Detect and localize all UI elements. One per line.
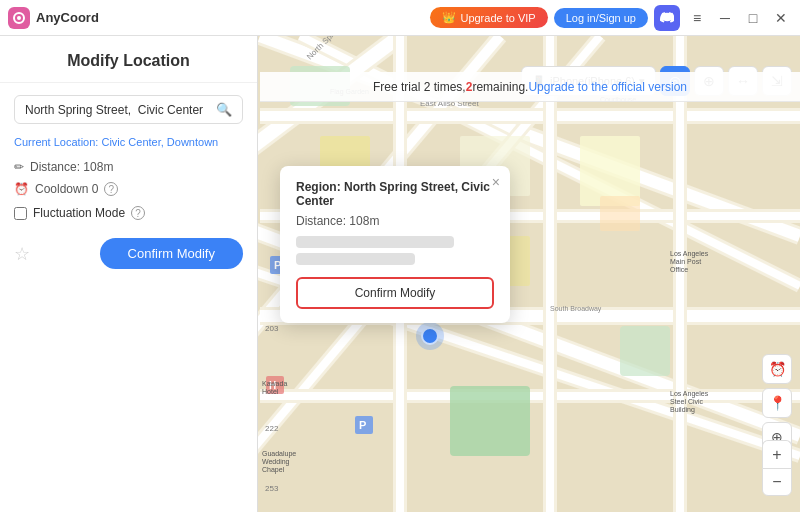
svg-rect-40 bbox=[600, 196, 640, 231]
svg-text:Los Angeles: Los Angeles bbox=[670, 390, 709, 398]
svg-text:Los Angeles: Los Angeles bbox=[670, 250, 709, 258]
location-search-input[interactable] bbox=[25, 103, 216, 117]
svg-text:Guadalupe: Guadalupe bbox=[262, 450, 296, 458]
svg-text:203: 203 bbox=[265, 324, 279, 333]
zoom-in-button[interactable]: + bbox=[762, 440, 792, 468]
distance-row: ✏ Distance: 108m bbox=[0, 156, 257, 178]
maximize-icon[interactable]: □ bbox=[742, 7, 764, 29]
titlebar: AnyCoord 👑 Upgrade to VIP Log in/Sign up… bbox=[0, 0, 800, 36]
notif-text: Free trial 2 times, bbox=[373, 80, 466, 94]
search-icon[interactable]: 🔍 bbox=[216, 102, 232, 117]
svg-text:Steel Civic: Steel Civic bbox=[670, 398, 704, 405]
svg-rect-36 bbox=[580, 136, 640, 206]
close-icon[interactable]: ✕ bbox=[770, 7, 792, 29]
map-area: North Spring Street East Aliso Street So… bbox=[0, 36, 800, 512]
current-location-value[interactable]: Civic Center, Downtown bbox=[101, 136, 218, 148]
svg-text:Wedding: Wedding bbox=[262, 458, 290, 466]
pencil-icon: ✏ bbox=[14, 160, 24, 174]
confirm-modify-popup-button[interactable]: Confirm Modify bbox=[296, 277, 494, 309]
minimize-icon[interactable]: ─ bbox=[714, 7, 736, 29]
panel-bottom: ☆ Confirm Modify bbox=[0, 226, 257, 285]
location-control-btn[interactable]: 📍 bbox=[762, 388, 792, 418]
confirm-modify-main-button[interactable]: Confirm Modify bbox=[100, 238, 243, 269]
svg-rect-33 bbox=[620, 326, 670, 376]
distance-label: Distance: 108m bbox=[30, 160, 113, 174]
discord-icon[interactable] bbox=[654, 5, 680, 31]
svg-text:Hotel: Hotel bbox=[262, 388, 279, 395]
map-popup: × Region: North Spring Street, Civic Cen… bbox=[280, 166, 510, 323]
fluctuation-checkbox[interactable] bbox=[14, 207, 27, 220]
popup-blurred-line-2 bbox=[296, 253, 415, 265]
svg-point-45 bbox=[416, 322, 444, 350]
svg-text:South Broadway: South Broadway bbox=[550, 305, 602, 313]
svg-text:Building: Building bbox=[670, 406, 695, 414]
svg-text:222: 222 bbox=[265, 424, 279, 433]
popup-blurred-line-1 bbox=[296, 236, 454, 248]
zoom-controls: + − bbox=[762, 440, 792, 496]
app-logo bbox=[8, 7, 30, 29]
upgrade-button[interactable]: 👑 Upgrade to VIP bbox=[430, 7, 547, 28]
notif-highlight: 2 bbox=[466, 80, 473, 94]
popup-region: Region: North Spring Street, Civic Cente… bbox=[296, 180, 494, 208]
notif-link[interactable]: Upgrade to the official version bbox=[528, 80, 687, 94]
right-controls: ⏰ 📍 ⊕ bbox=[762, 354, 792, 452]
popup-close-button[interactable]: × bbox=[492, 174, 500, 190]
clock-icon: ⏰ bbox=[14, 182, 29, 196]
fluctuation-row: Fluctuation Mode ? bbox=[0, 200, 257, 226]
zoom-out-button[interactable]: − bbox=[762, 468, 792, 496]
svg-rect-32 bbox=[450, 386, 530, 456]
cooldown-help-icon[interactable]: ? bbox=[104, 182, 118, 196]
alarm-control-btn[interactable]: ⏰ bbox=[762, 354, 792, 384]
current-location-row: Current Location: Civic Center, Downtown bbox=[0, 136, 257, 156]
cooldown-row: ⏰ Cooldown 0 ? bbox=[0, 178, 257, 200]
crown-icon: 👑 bbox=[442, 11, 456, 24]
search-box: 🔍 bbox=[14, 95, 243, 124]
notif-remaining: remaining. bbox=[472, 80, 528, 94]
svg-text:253: 253 bbox=[265, 484, 279, 493]
svg-text:Kawada: Kawada bbox=[262, 380, 287, 387]
cooldown-label: Cooldown 0 bbox=[35, 182, 98, 196]
fluctuation-help-icon[interactable]: ? bbox=[131, 206, 145, 220]
svg-text:P: P bbox=[359, 419, 366, 431]
svg-text:Chapel: Chapel bbox=[262, 466, 285, 474]
login-button[interactable]: Log in/Sign up bbox=[554, 8, 648, 28]
left-panel: Modify Location 🔍 Current Location: Civi… bbox=[0, 36, 258, 512]
notif-bar: Free trial 2 times, 2 remaining. Upgrade… bbox=[260, 72, 800, 102]
fluctuation-label: Fluctuation Mode bbox=[33, 206, 125, 220]
panel-title: Modify Location bbox=[0, 36, 257, 83]
current-location-label: Current Location: bbox=[14, 136, 98, 148]
svg-text:Office: Office bbox=[670, 266, 688, 273]
svg-point-1 bbox=[17, 16, 21, 20]
menu-icon[interactable]: ≡ bbox=[686, 7, 708, 29]
svg-text:Main Post: Main Post bbox=[670, 258, 701, 265]
app-name-label: AnyCoord bbox=[36, 10, 99, 25]
title-buttons: 👑 Upgrade to VIP Log in/Sign up ≡ ─ □ ✕ bbox=[430, 5, 792, 31]
popup-distance: Distance: 108m bbox=[296, 214, 494, 228]
favorite-star-icon[interactable]: ☆ bbox=[14, 243, 30, 265]
